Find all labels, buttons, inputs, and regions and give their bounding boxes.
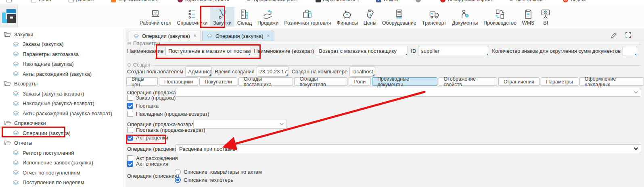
edit-pencil-icon[interactable] — [610, 31, 618, 41]
bookmark[interactable]: fOnliner — [376, 0, 399, 2]
toolbar-item-finance[interactable]: Финансы — [334, 7, 360, 27]
sidebar-item-invoices-purchase[interactable]: Накладные (закупка) — [0, 59, 125, 69]
folder-icon — [4, 31, 11, 37]
rounding-digits-input[interactable] — [623, 46, 637, 56]
tab-suppliers[interactable]: Поставщики — [159, 77, 198, 86]
prices-icon — [364, 8, 376, 20]
tab-property-display[interactable]: Отображение свойств — [439, 77, 497, 86]
toolbar-item-directories[interactable]: Справочники — [174, 7, 210, 27]
created-computer-input[interactable]: localhost.loca — [349, 66, 375, 77]
operation-sale-select[interactable] — [176, 88, 641, 97]
operation-writeoff-label: Операция (списания) — [127, 173, 175, 179]
toolbar-item-warehouse[interactable]: Склад — [234, 7, 255, 27]
tab-buyers[interactable]: Покупатели — [199, 77, 237, 86]
act-pricing-checkbox[interactable] — [127, 135, 133, 141]
writeoff-by-acts-radio[interactable] — [175, 169, 181, 175]
folder-icon — [4, 120, 11, 126]
operation-sale-return-select[interactable] — [193, 120, 287, 129]
tab-invoice-design[interactable]: Оформление накладных — [579, 77, 644, 86]
sidebar-item-operations-purchase[interactable]: Операции (закупка) — [0, 128, 125, 138]
bookmark[interactable]: https://localhost... — [316, 0, 360, 2]
toolbar-item-bi[interactable]: BI — [537, 7, 554, 27]
toolbar-item-documents[interactable]: Документы — [449, 7, 481, 27]
tab-content-divider — [126, 87, 643, 87]
page-icon — [69, 0, 74, 2]
layers-icon — [12, 160, 19, 166]
folder-icon — [4, 81, 11, 87]
toolbar-item-production[interactable]: Производство — [481, 7, 519, 27]
created-by-input[interactable]: Администра — [185, 66, 212, 77]
sidebar-item-receipts-by-week[interactable]: Поступления по неделям — [0, 178, 125, 187]
bookmark[interactable]: Курсы валют, ставки — [178, 0, 229, 2]
created-time-input[interactable]: 23.10.23 17:22 — [257, 66, 289, 77]
sidebar-item-invoices-purchase-return[interactable]: Накладные (закупка-возврат) — [0, 99, 125, 109]
toolbar-item-wms[interactable]: WMS — [519, 7, 537, 27]
toolbar-item-transport[interactable]: Транспорт — [419, 7, 449, 27]
wms-icon — [523, 8, 534, 20]
transport-icon — [429, 8, 440, 20]
sidebar-folder-reports[interactable]: Отчеты — [0, 138, 125, 148]
name-return-input[interactable]: Возврат с магазина поставщику — [316, 46, 408, 56]
sidebar-folder-returns[interactable]: Возвраты — [0, 79, 125, 89]
warehouse-icon — [239, 8, 250, 20]
page-icon — [31, 0, 36, 2]
sidebar-item-orders-purchase-return[interactable]: Заказы (закупка-возврат) — [0, 89, 125, 99]
bookmark[interactable]: http://www.intranet... — [111, 0, 161, 2]
tab-restrictions[interactable]: Ограничения — [498, 77, 539, 86]
collapse-icon[interactable]: ⊖ — [127, 41, 131, 46]
site-icon — [178, 0, 183, 2]
tab-buyer-warehouses[interactable]: Склады покупателя — [294, 77, 347, 86]
close-tab-icon[interactable]: × — [194, 33, 197, 39]
directory-icon — [186, 8, 198, 20]
documents-icon — [459, 8, 470, 20]
fullscreen-icon[interactable] — [625, 31, 632, 41]
order-sale-checkbox[interactable] — [127, 95, 133, 101]
bookmark[interactable]: рабочее — [69, 0, 94, 2]
act-writeoff-checkbox[interactable] — [127, 161, 133, 167]
toolbar-item-purchases[interactable]: Закупки — [210, 7, 234, 27]
app-logo[interactable] — [0, 4, 18, 28]
sidebar-item-receipts-register[interactable]: Регистр поступлений — [0, 148, 125, 158]
bookmark[interactable]: ∞Профилактика раб... — [246, 0, 299, 2]
sidebar-item-discrepancy-acts-purchase[interactable]: Акты расхождений (закупка) — [0, 69, 125, 79]
toolbar-item-prices[interactable]: Цены — [361, 7, 379, 27]
bookmark[interactable]: Работ — [31, 0, 52, 2]
tab-operations-purchase[interactable]: Операции (закупка) × — [129, 31, 201, 41]
sidebar-folder-purchases[interactable]: Закупки — [0, 29, 125, 39]
toolbar-item-equipment[interactable]: Оборудование — [379, 7, 419, 27]
tab-parameters[interactable]: Параметры — [541, 77, 578, 86]
bookmark[interactable] — [6, 0, 14, 2]
tab-operation-purchase[interactable]: Операция (закупка) × — [202, 31, 274, 41]
bookmark[interactable]: ∞Мензелинск... — [508, 0, 546, 2]
document-tabs: Операции (закупка) × Операция (закупка) … — [129, 31, 274, 41]
name-input[interactable]: Поступление в магазин от поставщи — [165, 46, 251, 56]
writeoff-tech-losses-radio[interactable] — [175, 177, 181, 183]
sidebar-item-receipts-report[interactable]: Отчет по поступлениям — [0, 168, 125, 178]
sidebar-folder-directories[interactable]: Справочники — [0, 118, 125, 129]
bookmark[interactable]: Белорусский портал — [440, 0, 491, 2]
layers-icon — [12, 61, 19, 67]
site-icon — [416, 0, 421, 2]
name-return-label: Наименование (возврат) — [254, 48, 314, 54]
sidebar-item-discrepancy-acts-purchase-return[interactable]: Акты расхождений (закупка-возврат) — [0, 108, 125, 118]
sidebar-item-request-execution[interactable]: Исполнение заявок (закупка) — [0, 158, 125, 168]
layers-icon — [12, 100, 19, 107]
supply-sale-return-checkbox[interactable] — [127, 127, 133, 133]
tab-roles[interactable]: Роли — [349, 77, 371, 86]
close-tab-icon[interactable]: × — [267, 33, 270, 39]
tab-price-types[interactable]: Виды цен — [126, 77, 158, 86]
toolbar-item-desktop[interactable]: Рабочий стол — [137, 7, 174, 27]
sidebar-item-autoorder-params[interactable]: Параметры автозаказа — [0, 49, 125, 59]
toolbar-item-retail[interactable]: Розничная торговля — [281, 7, 334, 27]
bookmark[interactable]: ЯЯндекс — [563, 0, 586, 2]
bookmark[interactable] — [416, 0, 423, 2]
operation-pricing-select[interactable]: Расценка при поставке — [176, 144, 641, 153]
invoice-sale-return-checkbox[interactable] — [127, 111, 133, 117]
group-parameters: ⊖ Параметры — [127, 41, 641, 46]
tab-supplier-warehouses[interactable]: Склады поставщика — [238, 77, 293, 86]
id-input[interactable]: supplier — [418, 46, 489, 56]
toolbar-item-sales[interactable]: Продажи — [255, 7, 281, 27]
supply-checkbox[interactable] — [127, 103, 133, 109]
tab-derived-documents[interactable]: Производные документы — [372, 77, 437, 86]
sidebar-item-orders-purchase[interactable]: Заказы (закупка) — [0, 39, 125, 50]
